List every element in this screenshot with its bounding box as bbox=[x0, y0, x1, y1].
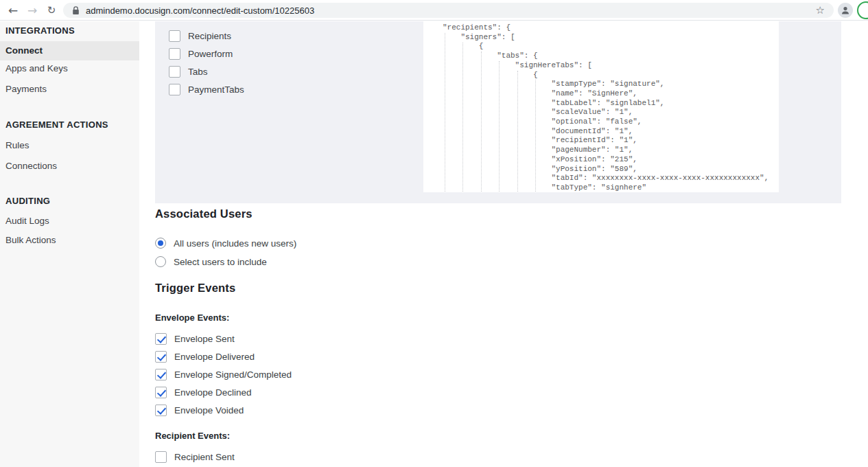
sidebar-header-auditing: AUDITING bbox=[0, 192, 139, 211]
envelope-signed-completed-checkbox[interactable] bbox=[155, 369, 167, 380]
checkbox-label: Envelope Sent bbox=[174, 334, 235, 344]
sidebar-item-apps-and-keys[interactable]: Apps and Keys bbox=[0, 59, 139, 78]
radio-label: Select users to include bbox=[174, 257, 267, 267]
sidebar-item-audit-logs[interactable]: Audit Logs bbox=[0, 212, 139, 231]
checkbox-label: Tabs bbox=[188, 67, 208, 77]
sidebar-item-connect[interactable]: Connect bbox=[0, 41, 139, 60]
checkbox-label: Envelope Signed/Completed bbox=[174, 369, 292, 380]
recipients-checkbox[interactable] bbox=[169, 30, 180, 42]
trigger-events-heading: Trigger Events bbox=[155, 282, 235, 295]
checkbox-row: Envelope Sent bbox=[155, 332, 235, 345]
recipient-sent-checkbox[interactable] bbox=[155, 451, 167, 463]
checkbox-label: Recipient Sent bbox=[174, 452, 235, 462]
envelope-sent-checkbox[interactable] bbox=[155, 333, 167, 345]
back-icon[interactable]: ← bbox=[5, 3, 21, 18]
include-option-row: Recipients bbox=[169, 30, 231, 42]
checkbox-label: Envelope Delivered bbox=[174, 352, 255, 362]
sidebar-item-rules[interactable]: Rules bbox=[0, 136, 139, 155]
envelope-delivered-checkbox[interactable] bbox=[155, 351, 167, 363]
json-code-text: "recipients": { "signers": [ { "tabs": {… bbox=[423, 21, 769, 192]
include-data-panel: Recipients Powerform Tabs PaymentTabs "r… bbox=[155, 21, 841, 203]
account-ring-icon[interactable] bbox=[857, 1, 868, 19]
envelope-events-label: Envelope Events: bbox=[155, 312, 229, 323]
checkbox-label: Envelope Declined bbox=[174, 387, 252, 398]
person-icon bbox=[841, 5, 850, 15]
envelope-declined-checkbox[interactable] bbox=[155, 387, 167, 398]
checkbox-row: Envelope Voided bbox=[155, 404, 244, 416]
include-option-row: Powerform bbox=[169, 47, 233, 60]
bookmark-star-icon[interactable]: ☆ bbox=[816, 4, 825, 16]
powerform-checkbox[interactable] bbox=[169, 48, 180, 60]
select-users-radio[interactable] bbox=[155, 256, 166, 267]
checkbox-label: PaymentTabs bbox=[188, 84, 244, 95]
radio-row: All users (includes new users) bbox=[155, 237, 296, 249]
include-option-row: Tabs bbox=[169, 65, 208, 78]
paymenttabs-checkbox[interactable] bbox=[169, 84, 180, 95]
sidebar-header-agreement-actions: AGREEMENT ACTIONS bbox=[0, 115, 139, 135]
checkbox-label: Powerform bbox=[188, 49, 233, 59]
checkbox-label: Envelope Voided bbox=[174, 405, 244, 415]
browser-toolbar: ← → ↻ admindemo.docusign.com/connect/edi… bbox=[0, 0, 868, 21]
radio-label: All users (includes new users) bbox=[174, 238, 296, 249]
envelope-voided-checkbox[interactable] bbox=[155, 405, 167, 416]
recipient-events-label: Recipient Events: bbox=[155, 431, 230, 441]
forward-icon[interactable]: → bbox=[25, 3, 40, 18]
reload-icon[interactable]: ↻ bbox=[44, 3, 59, 18]
include-option-row: PaymentTabs bbox=[169, 83, 244, 95]
sidebar-item-payments[interactable]: Payments bbox=[0, 80, 139, 99]
sidebar-item-connections[interactable]: Connections bbox=[0, 157, 139, 176]
checkbox-row: Envelope Declined bbox=[155, 386, 252, 398]
json-code-preview: "recipients": { "signers": [ { "tabs": {… bbox=[423, 21, 779, 192]
checkbox-row: Recipient Sent bbox=[155, 451, 235, 463]
sidebar: INTEGRATIONS Connect Apps and Keys Payme… bbox=[0, 21, 139, 467]
browser-profile-avatar[interactable] bbox=[838, 3, 853, 18]
sidebar-header-integrations: INTEGRATIONS bbox=[0, 21, 139, 41]
checkbox-label: Recipients bbox=[188, 31, 231, 41]
lock-icon bbox=[72, 6, 80, 15]
tabs-checkbox[interactable] bbox=[169, 66, 180, 78]
radio-row: Select users to include bbox=[155, 255, 267, 268]
associated-users-heading: Associated Users bbox=[155, 207, 253, 220]
url-text[interactable]: admindemo.docusign.com/connect/edit-cust… bbox=[86, 5, 314, 16]
all-users-radio[interactable] bbox=[155, 238, 166, 249]
sidebar-item-bulk-actions[interactable]: Bulk Actions bbox=[0, 231, 139, 250]
checkbox-row: Envelope Signed/Completed bbox=[155, 368, 292, 380]
checkbox-row: Envelope Delivered bbox=[155, 350, 255, 363]
address-bar[interactable]: admindemo.docusign.com/connect/edit-cust… bbox=[63, 3, 834, 18]
